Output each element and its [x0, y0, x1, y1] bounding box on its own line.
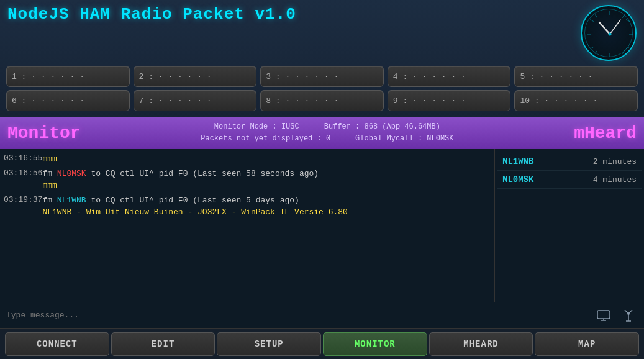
antenna-icon[interactable]: [619, 308, 638, 323]
log-line-1-1: mmm: [42, 153, 491, 165]
svg-line-10: [596, 50, 597, 53]
mheard-time-2: 4 minutes: [593, 175, 637, 184]
channel-btn-9[interactable]: 9 : · · · · · ·: [388, 90, 511, 111]
bottom-nav: CONNECT EDIT SETUP MONITOR MHEARD MAP: [0, 328, 644, 359]
channel-btn-5[interactable]: 5 : · · · · · ·: [514, 66, 638, 87]
mheard-call-2: NL0MSK: [502, 175, 533, 184]
channel-btn-1[interactable]: 1 : · · · · · ·: [6, 66, 130, 87]
main-content: 03:16:55 mmm 03:16:56 fm NL0MSK to CQ ct…: [0, 149, 644, 302]
nav-btn-map[interactable]: MAP: [535, 332, 639, 356]
channel-btn-8[interactable]: 8 : · · · · · ·: [260, 90, 384, 111]
mheard-row-1: NL1WNB 2 minutes: [497, 153, 642, 171]
clock-container: [581, 5, 637, 61]
monitor-panel[interactable]: 03:16:55 mmm 03:16:56 fm NL0MSK to CQ ct…: [0, 149, 495, 302]
monitor-bar: Monitor Monitor Mode : IUSC Buffer : 868…: [0, 117, 644, 149]
mheard-time-1: 2 minutes: [593, 157, 637, 166]
monitor-info: Monitor Mode : IUSC Buffer : 868 (App 46…: [201, 121, 453, 145]
log-line-2-1: fm NL0MSK to CQ ctl UI^ pid F0 (Last see…: [42, 168, 491, 180]
log-line-3-2: NL1WNB - Wim Uit Nieuw Buinen - JO32LX -…: [42, 206, 491, 219]
svg-line-4: [596, 15, 597, 18]
svg-line-8: [591, 20, 594, 22]
channel-btn-6[interactable]: 6 : · · · · · ·: [6, 90, 130, 111]
log-line-3-1: fm NL1WNB to CQ ctl UI^ pid F0 (Last see…: [42, 194, 491, 207]
callsign-nl0msk-1: NL0MSK: [57, 169, 86, 178]
mheard-panel: NL1WNB 2 minutes NL0MSK 4 minutes: [495, 149, 644, 302]
log-line-2-2: mmm: [42, 180, 491, 192]
log-time-1: 03:16:55: [4, 153, 42, 165]
svg-point-22: [627, 312, 630, 315]
svg-point-14: [609, 33, 612, 36]
svg-rect-15: [597, 311, 610, 319]
svg-line-6: [591, 47, 594, 49]
log-content-3: fm NL1WNB to CQ ctl UI^ pid F0 (Last see…: [42, 194, 491, 219]
log-content-1: mmm: [42, 153, 491, 165]
svg-line-7: [626, 20, 629, 22]
message-icons: [594, 308, 638, 323]
channel-btn-4[interactable]: 4 : · · · · · ·: [388, 66, 511, 87]
log-content-2: fm NL0MSK to CQ ctl UI^ pid F0 (Last see…: [42, 168, 491, 192]
log-time-2: 03:16:56: [4, 168, 42, 192]
header: NodeJS HAM Radio Packet v1.0: [0, 0, 644, 63]
monitor-label: Monitor: [7, 124, 81, 143]
channel-row-1: 1 : · · · · · · 2 : · · · · · · 3 : · · …: [6, 66, 638, 87]
clock-face: [581, 5, 637, 61]
svg-line-11: [623, 15, 625, 18]
screen-icon[interactable]: [594, 308, 613, 323]
channel-btn-10[interactable]: 10 : · · · · · ·: [514, 90, 638, 111]
svg-line-12: [599, 22, 610, 34]
svg-line-5: [623, 50, 625, 53]
app-title: NodeJS HAM Radio Packet v1.0: [7, 5, 296, 24]
svg-line-13: [610, 20, 620, 34]
channel-btn-2[interactable]: 2 : · · · · · ·: [134, 66, 257, 87]
svg-line-9: [626, 47, 629, 49]
clock-svg: [582, 6, 638, 62]
mheard-row-2: NL0MSK 4 minutes: [497, 171, 642, 189]
log-entry-3: 03:19:37 fm NL1WNB to CQ ctl UI^ pid F0 …: [0, 193, 494, 220]
channel-btn-3[interactable]: 3 : · · · · · ·: [260, 66, 384, 87]
nav-btn-mheard[interactable]: MHEARD: [429, 332, 533, 356]
channel-row-2: 6 : · · · · · · 7 : · · · · · · 8 : · · …: [6, 90, 638, 111]
log-entry-1: 03:16:55 mmm: [0, 152, 494, 166]
mheard-call-1: NL1WNB: [502, 157, 533, 166]
message-input[interactable]: [6, 311, 594, 320]
nav-btn-edit[interactable]: EDIT: [111, 332, 215, 356]
log-time-3: 03:19:37: [4, 194, 42, 219]
nav-btn-monitor[interactable]: MONITOR: [323, 332, 427, 356]
log-entry-2: 03:16:56 fm NL0MSK to CQ ctl UI^ pid F0 …: [0, 166, 494, 193]
callsign-nl1wnb-1: NL1WNB: [57, 196, 86, 205]
app-container: NodeJS HAM Radio Packet v1.0: [0, 0, 644, 359]
channel-btn-7[interactable]: 7 : · · · · · ·: [134, 90, 257, 111]
mheard-label: mHeard: [574, 124, 637, 143]
nav-btn-setup[interactable]: SETUP: [217, 332, 321, 356]
channels-container: 1 : · · · · · · 2 : · · · · · · 3 : · · …: [0, 63, 644, 117]
nav-btn-connect[interactable]: CONNECT: [5, 332, 109, 356]
message-area: [0, 302, 644, 328]
